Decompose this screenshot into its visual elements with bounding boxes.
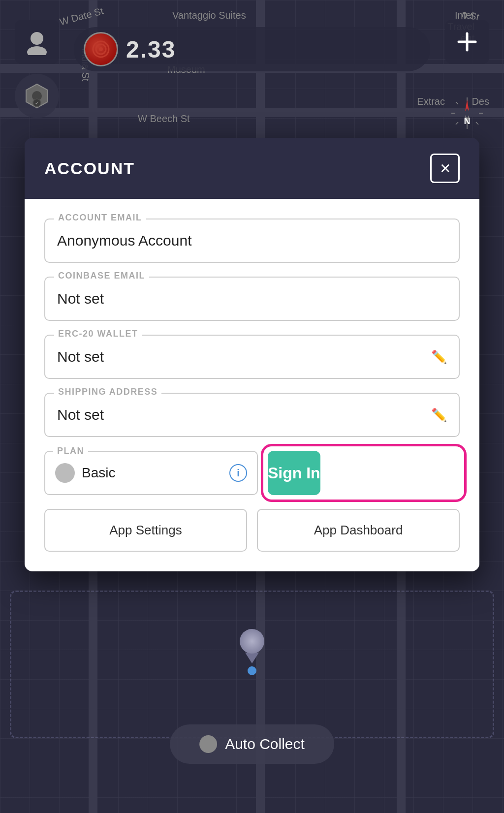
street-label-w-beech: W Beech St [138, 113, 190, 125]
speed-bar: 2.33 [74, 27, 430, 71]
sign-in-button[interactable]: Sign In [268, 451, 320, 495]
shipping-address-field: SHIPPING ADDRESS Not set ✏️ [44, 393, 460, 437]
svg-point-0 [31, 32, 43, 45]
location-indicator [240, 629, 264, 675]
svg-text:N: N [464, 116, 471, 126]
svg-marker-19 [465, 99, 469, 111]
svg-line-18 [456, 122, 458, 125]
sign-in-wrapper: Sign In [268, 451, 460, 495]
add-button[interactable] [445, 20, 489, 64]
layer-button[interactable]: ✓ [15, 74, 59, 118]
plan-avatar-icon [55, 463, 75, 483]
shipping-address-value: Not set [57, 406, 104, 423]
modal-header: ACCOUNT ✕ [25, 138, 479, 199]
person-icon [24, 29, 50, 55]
bottom-buttons: App Settings App Dashboard [44, 509, 460, 552]
auto-collect-icon [199, 735, 217, 753]
road-horizontal-1 [0, 108, 504, 117]
erc20-wallet-value: Not set [57, 348, 104, 365]
coinbase-email-value: Not set [57, 290, 104, 307]
plan-box: PLAN Basic i [44, 451, 258, 495]
plus-icon [456, 31, 478, 53]
svg-line-17 [476, 102, 478, 104]
account-modal: ACCOUNT ✕ ACCOUNT EMAIL Anonymous Accoun… [25, 138, 479, 571]
erc20-wallet-label: ERC-20 WALLET [54, 329, 142, 339]
svg-line-15 [456, 102, 458, 104]
coinbase-email-box: Not set [44, 277, 460, 321]
svg-point-10 [99, 47, 103, 51]
shipping-address-box: Not set ✏️ [44, 393, 460, 437]
compass-rose: N [447, 94, 487, 133]
location-dot-blue [248, 666, 256, 675]
erc20-wallet-box: Not set ✏️ [44, 335, 460, 379]
location-dot-pointer [245, 653, 259, 663]
street-label-extrac: Extrac [417, 96, 445, 107]
avatar-button[interactable] [15, 20, 59, 64]
svg-text:✓: ✓ [35, 100, 39, 106]
street-label-vantaggio: Vantaggio Suites [172, 10, 246, 21]
concentric-circles-icon [91, 39, 111, 59]
app-settings-button[interactable]: App Settings [44, 509, 247, 552]
coinbase-email-label: COINBASE EMAIL [54, 271, 149, 281]
erc20-wallet-field: ERC-20 WALLET Not set ✏️ [44, 335, 460, 379]
speed-icon [84, 32, 118, 66]
close-modal-button[interactable]: ✕ [430, 154, 460, 183]
modal-title: ACCOUNT [44, 159, 135, 178]
shipping-address-label: SHIPPING ADDRESS [54, 387, 161, 397]
location-dot [240, 629, 264, 654]
erc20-edit-icon[interactable]: ✏️ [431, 349, 447, 365]
auto-collect-bar[interactable]: Auto Collect [170, 724, 334, 764]
speed-value: 2.33 [126, 36, 176, 63]
account-email-value: Anonymous Account [57, 232, 192, 249]
plan-label: PLAN [53, 446, 88, 456]
coinbase-email-field: COINBASE EMAIL Not set [44, 277, 460, 321]
hexagon-icon: ✓ [23, 82, 51, 110]
account-email-label: ACCOUNT EMAIL [54, 213, 146, 223]
plan-signin-row: PLAN Basic i Sign In [44, 451, 460, 495]
svg-point-1 [27, 46, 47, 55]
app-dashboard-button[interactable]: App Dashboard [257, 509, 460, 552]
plan-value: Basic [82, 465, 222, 481]
auto-collect-label: Auto Collect [225, 736, 305, 752]
account-email-field: ACCOUNT EMAIL Anonymous Account [44, 219, 460, 263]
shipping-edit-icon[interactable]: ✏️ [431, 407, 447, 423]
plan-info-icon[interactable]: i [229, 464, 247, 482]
modal-body: ACCOUNT EMAIL Anonymous Account COINBASE… [25, 199, 479, 571]
svg-line-16 [476, 122, 478, 125]
account-email-box: Anonymous Account [44, 219, 460, 263]
